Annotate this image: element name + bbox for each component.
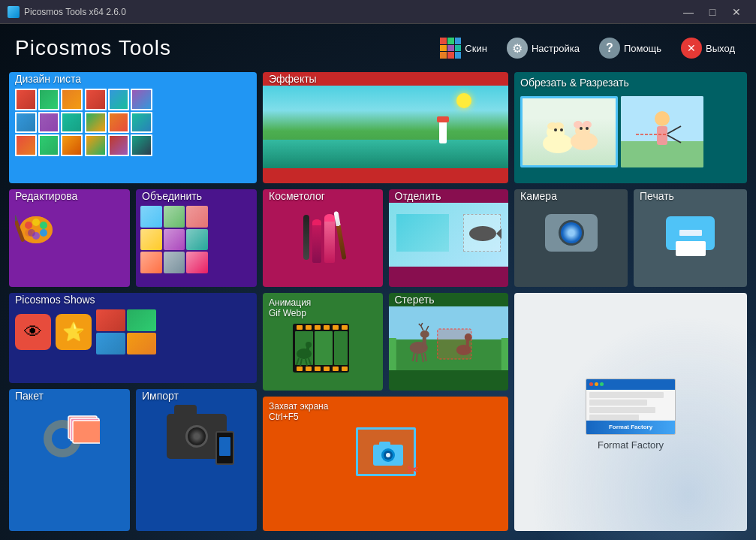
stamp-cell [131,89,152,110]
svg-point-74 [586,127,589,130]
stamp-grid-1 [15,89,83,156]
combine-cell [186,229,208,251]
tile-shows-label: Picosmos Shows [9,293,101,310]
sun-decoration [456,93,471,108]
combine-cell [186,206,208,228]
star-icon: ⭐ [56,314,92,350]
separate-left [396,214,449,252]
tile-capture[interactable]: Захват экрана Ctrl+F5 [263,397,508,531]
tile-shows-content: 👁 ⭐ [9,306,257,357]
exit-label: Выход [706,43,735,54]
svg-rect-20 [306,325,312,330]
combine-cell [164,252,185,273]
svg-marker-17 [496,228,501,239]
tile-cosm-label: Косметолог [263,189,331,207]
close-button[interactable]: ✕ [724,0,748,24]
stamp-cell [85,112,107,134]
window-controls: — □ ✕ [676,0,748,24]
tile-row-anim: Анимация Gif Webp [263,293,508,391]
svg-rect-33 [334,331,348,365]
printer-wrapper [666,216,715,250]
tile-format[interactable]: Format Factory Format Factory [514,293,747,531]
ff-row [589,407,655,413]
help-button[interactable]: ? Помощь [593,35,667,62]
tile-edit[interactable]: Редактирова [9,189,130,287]
tile-print[interactable]: Печать [634,189,747,287]
svg-rect-24 [342,325,348,330]
printer-paper [676,241,706,256]
tile-anim[interactable]: Анимация Gif Webp [263,293,383,391]
tile-crop[interactable]: Обрезать & Разрезать [514,72,747,183]
ff-tb-max [600,382,604,386]
ff-row [589,392,664,398]
palette-svg [15,206,56,247]
svg-point-8 [28,229,35,237]
tile-effects-label: Эффекты [263,72,323,89]
water-decoration [263,140,508,169]
help-label: Помощь [624,43,661,54]
mascara-icon [303,215,309,260]
svg-point-45 [420,330,429,338]
exit-button[interactable]: ✕ Выход [675,35,741,62]
svg-point-5 [40,229,47,237]
svg-point-72 [560,128,563,131]
header-actions: Скин ⚙ Настройка ? Помощь ✕ Выход [434,35,741,62]
separate-bg [389,203,509,267]
svg-point-73 [580,127,583,130]
scissors-icon: ✂ [407,462,418,478]
tile-camera[interactable]: Камера [514,189,628,287]
left-column: Дизайн листа [9,72,257,531]
tile-pack[interactable]: Пакет [9,389,130,531]
tile-format-label: Format Factory [598,439,664,451]
tile-design[interactable]: Дизайн листа [9,72,257,183]
capture-content: ✂ [263,427,508,476]
tile-erase[interactable]: Стереть [389,293,509,391]
ff-tb-close [589,382,593,386]
minimize-button[interactable]: — [676,0,700,24]
tile-effects[interactable]: Эффекты [263,72,508,183]
svg-rect-23 [333,325,339,330]
svg-rect-28 [324,367,330,371]
tile-row-edit: Редактирова [9,189,257,287]
center-column: Эффекты Косметолог [263,72,508,531]
settings-button[interactable]: ⚙ Настройка [501,35,586,62]
svg-rect-15 [73,421,100,443]
fish-svg [464,215,501,252]
tile-import[interactable]: Импорт [136,389,257,531]
ff-tb-min [595,382,598,386]
camera-lens [185,425,208,448]
tile-shows[interactable]: Picosmos Shows 👁 ⭐ [9,293,257,383]
effects-landscape [263,86,508,168]
tile-combine[interactable]: Объединить [136,189,257,287]
stamp-cell [15,134,37,156]
ff-window-body [586,390,675,423]
anim-header: Анимация Gif Webp [263,293,383,324]
camera-body [545,214,598,252]
tile-capture-label1: Захват экрана [269,401,502,412]
camera-lens [559,220,584,246]
stamp-cell [131,112,152,134]
ff-logo-banner: Format Factory [586,421,675,434]
tile-row-cosm: Косметолог [263,189,508,287]
tile-row-cam: Камера Печать [514,189,747,287]
maximize-button[interactable]: □ [700,0,724,24]
svg-line-51 [416,354,417,362]
erase-scene [389,306,509,370]
svg-rect-44 [422,336,426,349]
svg-rect-27 [315,367,321,371]
combine-cell [140,252,162,273]
shows-cell [127,309,156,331]
tile-separate[interactable]: Отделить [389,189,509,287]
ff-row [589,400,647,406]
stamp-cell [85,134,107,156]
tile-import-content [136,403,257,463]
svg-point-3 [32,219,40,226]
crop-svg [621,96,703,167]
ff-titlebar [586,379,675,390]
skin-button[interactable]: Скин [434,35,493,62]
svg-rect-26 [306,367,312,371]
tile-cosm[interactable]: Косметолог [263,189,383,287]
exit-icon: ✕ [681,38,702,59]
printer-slot [679,230,702,236]
stamp-cell [15,89,37,110]
